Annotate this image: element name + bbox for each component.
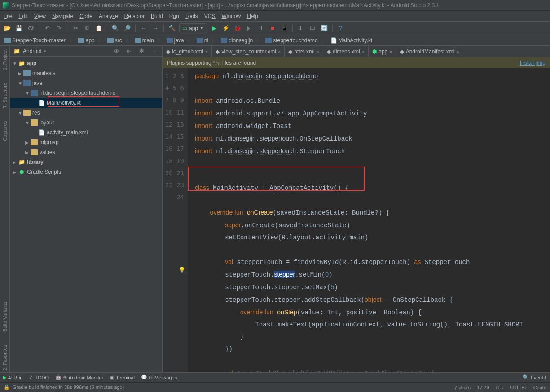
tool-captures[interactable]: Captures — [2, 119, 8, 143]
avd-icon[interactable]: 📱 — [280, 24, 289, 33]
undo-icon[interactable]: ↶ — [43, 24, 52, 33]
tool-project[interactable]: 1: Project — [2, 48, 8, 72]
tab-app[interactable]: ⬢app× — [369, 46, 396, 57]
settings-icon[interactable]: ✻ — [137, 47, 146, 56]
tab-attrs[interactable]: ◆attrs.xml× — [285, 46, 323, 57]
menu-build[interactable]: Build — [151, 13, 163, 19]
tool-todo[interactable]: ✓TODO — [29, 374, 49, 380]
tree-layout[interactable]: ▼layout — [10, 118, 162, 128]
scroll-to-icon[interactable]: ⊕ — [112, 47, 121, 56]
redo-icon[interactable]: ↷ — [54, 24, 63, 33]
tree-activity-main[interactable]: 📄activity_main.xml — [10, 128, 162, 137]
attach-icon[interactable]: ⏸ — [256, 24, 265, 33]
tab-dimens[interactable]: ◆dimens.xml× — [323, 46, 369, 57]
profile-icon[interactable]: ⏵ — [245, 24, 254, 33]
find-icon[interactable]: 🔍 — [111, 24, 120, 33]
crumb-pkg[interactable]: steppertouchdemo — [264, 37, 319, 44]
debug-icon[interactable]: 🐞 — [233, 24, 242, 33]
folder-icon — [31, 119, 38, 126]
menu-navigate[interactable]: Navigate — [52, 13, 73, 19]
menu-run[interactable]: Run — [169, 13, 179, 19]
forward-icon[interactable]: → — [151, 24, 160, 33]
code-editor[interactable]: 1 2 3 4 5 6 7 8 9 10 11 12 13 14 15 16 1… — [163, 68, 550, 372]
crumb-root[interactable]: Stepper-Touch-master — [3, 37, 67, 44]
sdk-icon[interactable]: ⬇ — [296, 24, 305, 33]
save-icon[interactable]: 💾 — [14, 24, 23, 33]
close-icon[interactable]: × — [456, 49, 459, 54]
run-config-selector[interactable]: ▭ app ▼ — [179, 23, 207, 33]
crumb-dionsegijn[interactable]: dionsegijn — [219, 37, 255, 44]
status-context[interactable]: Conte — [533, 385, 546, 390]
menu-help[interactable]: Help — [247, 13, 258, 19]
sync-gradle-icon[interactable]: 🔄 — [320, 24, 329, 33]
menu-refactor[interactable]: Refactor — [124, 13, 145, 19]
tree-res[interactable]: ▼res — [10, 108, 162, 118]
replace-icon[interactable]: 🔎 — [123, 24, 132, 33]
menu-window[interactable]: Window — [221, 13, 241, 19]
tab-manifest[interactable]: ◆AndroidManifest.xml× — [396, 46, 463, 57]
tree-values[interactable]: ▶values — [10, 147, 162, 157]
tool-terminal[interactable]: ▣Terminal — [110, 374, 135, 380]
run-icon[interactable]: ▶ — [210, 24, 219, 33]
folder-icon — [4, 38, 11, 43]
status-bar: 🔒Gradle build finished in 38s 996ms (5 m… — [0, 382, 550, 392]
menu-file[interactable]: File — [4, 13, 12, 19]
tool-build-variants[interactable]: Build Variants — [2, 300, 8, 334]
open-icon[interactable]: 📂 — [3, 24, 12, 33]
tool-messages[interactable]: 💬0: Messages — [141, 374, 177, 380]
collapse-icon[interactable]: ⇤ — [124, 47, 133, 56]
tree-mipmap[interactable]: ▶mipmap — [10, 137, 162, 147]
project-tree[interactable]: ▼📁app ▶manifests ▼java ▼nl.dionsegijn.st… — [10, 57, 162, 372]
tree-java[interactable]: ▼java — [10, 78, 162, 88]
stop-icon[interactable]: ■ — [268, 24, 277, 33]
tool-event-log[interactable]: 🔍Event L — [523, 374, 547, 380]
tree-library[interactable]: ▶📁library — [10, 157, 162, 167]
close-icon[interactable]: × — [278, 49, 281, 54]
copy-icon[interactable]: ⧉ — [83, 24, 92, 33]
menu-analyze[interactable]: Analyze — [99, 13, 118, 19]
status-encoding[interactable]: UTF-8÷ — [510, 385, 527, 390]
tree-gradle[interactable]: ▶⬢Gradle Scripts — [10, 167, 162, 177]
structure-icon[interactable]: 🗂 — [308, 24, 317, 33]
code-body[interactable]: package nl.dionsegijn.steppertouchdemo i… — [188, 68, 550, 372]
module-icon: 📁 — [18, 60, 25, 66]
menu-vcs[interactable]: VCS — [204, 13, 216, 19]
back-icon[interactable]: ← — [139, 24, 148, 33]
crumb-file[interactable]: 📄MainActivity.kt — [329, 37, 374, 44]
crumb-src[interactable]: src — [106, 37, 124, 44]
close-icon[interactable]: × — [389, 49, 392, 54]
close-icon[interactable]: × — [205, 49, 208, 54]
tool-android-monitor[interactable]: 🤖6: Android Monitor — [55, 374, 103, 380]
project-mode[interactable]: Android — [23, 48, 41, 54]
chevron-down-icon[interactable]: ▾ — [44, 49, 46, 53]
menu-edit[interactable]: Edit — [18, 13, 28, 19]
sync-icon[interactable]: 🗘 — [26, 24, 35, 33]
tab-ic-github[interactable]: ◆ic_github.xml× — [163, 46, 212, 57]
crumb-nl[interactable]: nl — [195, 37, 210, 44]
crumb-java[interactable]: java — [165, 37, 186, 44]
banner-install-link[interactable]: Install plug — [520, 60, 546, 66]
make-icon[interactable]: 🔨 — [167, 24, 176, 33]
tab-view-step-counter[interactable]: ◆view_step_counter.xml× — [212, 46, 285, 57]
gutter[interactable]: 1 2 3 4 5 6 7 8 9 10 11 12 13 14 15 16 1… — [163, 68, 188, 372]
tree-app[interactable]: ▼📁app — [10, 58, 162, 68]
cut-icon[interactable]: ✂ — [71, 24, 80, 33]
crumb-app[interactable]: app — [76, 37, 97, 44]
help-icon[interactable]: ? — [336, 24, 345, 33]
folder-icon — [265, 38, 272, 43]
menu-code[interactable]: Code — [79, 13, 92, 19]
tool-run[interactable]: ▶4: Run — [3, 374, 22, 380]
hide-icon[interactable]: − — [150, 47, 158, 56]
crumb-main[interactable]: main — [133, 37, 156, 44]
menu-view[interactable]: View — [34, 13, 46, 19]
close-icon[interactable]: × — [317, 49, 319, 54]
tree-manifests[interactable]: ▶manifests — [10, 68, 162, 78]
tool-structure[interactable]: 7: Structure — [2, 81, 8, 110]
apply-changes-icon[interactable]: ⚡ — [221, 24, 230, 33]
intention-bulb-icon[interactable]: 💡 — [179, 264, 185, 276]
tool-favorites[interactable]: 2: Favorites — [2, 343, 8, 372]
status-line-sep[interactable]: LF÷ — [496, 385, 504, 390]
menu-tools[interactable]: Tools — [185, 13, 198, 19]
paste-icon[interactable]: 📋 — [94, 24, 103, 33]
close-icon[interactable]: × — [362, 49, 365, 54]
